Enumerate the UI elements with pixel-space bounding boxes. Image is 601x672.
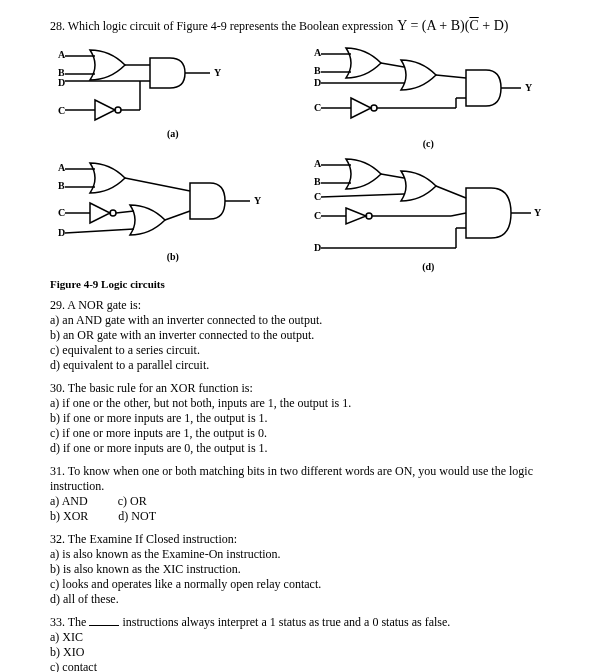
- svg-text:Y: Y: [525, 82, 533, 93]
- circuit-c-svg: A B D C Y: [306, 40, 546, 140]
- q32-c: c) looks and operates like a normally op…: [50, 577, 551, 592]
- svg-line-36: [125, 178, 190, 191]
- q30-d: d) if one or more inputs are 0, the outp…: [50, 441, 551, 456]
- figure-c-label: (c): [306, 138, 552, 149]
- svg-line-21: [436, 75, 466, 78]
- svg-line-51: [436, 186, 466, 198]
- expr-tail: + D): [479, 18, 509, 33]
- svg-text:C: C: [58, 105, 65, 116]
- q32-a: a) is also known as the Examine-On instr…: [50, 547, 551, 562]
- svg-line-16: [381, 63, 404, 67]
- figure-grid: A B D C Y (a): [50, 40, 551, 272]
- q28-text: 28. Which logic circuit of Figure 4-9 re…: [50, 19, 393, 34]
- figure-c: A B D C Y (c): [306, 40, 552, 149]
- q33-stem-b: instructions always interpret a 1 status…: [119, 615, 450, 629]
- q28-expression: Y = (A + B)(C + D): [397, 18, 508, 34]
- q32-d: d) all of these.: [50, 592, 551, 607]
- q33-stem-a: 33. The: [50, 615, 89, 629]
- svg-text:C: C: [314, 210, 321, 221]
- q29-a: a) an AND gate with an inverter connecte…: [50, 313, 551, 328]
- svg-text:B: B: [314, 176, 321, 187]
- figure-a: A B D C Y (a): [50, 40, 296, 149]
- svg-text:D: D: [58, 227, 65, 238]
- q31-d: d) NOT: [118, 509, 156, 524]
- svg-line-46: [381, 174, 404, 178]
- figure-b-label: (b): [50, 251, 296, 262]
- q29-b: b) an OR gate with an inverter connected…: [50, 328, 551, 343]
- svg-text:Y: Y: [214, 67, 222, 78]
- svg-text:Y: Y: [534, 207, 542, 218]
- svg-line-34: [116, 211, 134, 213]
- svg-text:C: C: [314, 191, 321, 202]
- svg-line-47: [321, 194, 404, 197]
- q30-b: b) if one or more inputs are 1, the outp…: [50, 411, 551, 426]
- svg-text:D: D: [314, 242, 321, 253]
- figure-d: A B C C D Y (d): [306, 153, 552, 272]
- svg-text:B: B: [314, 65, 321, 76]
- svg-text:D: D: [314, 77, 321, 88]
- q32: 32. The Examine If Closed instruction: a…: [50, 532, 551, 607]
- q30-c: c) if one or more inputs are 1, the outp…: [50, 426, 551, 441]
- svg-text:A: A: [58, 162, 66, 173]
- svg-text:C: C: [314, 102, 321, 113]
- q33: 33. The instructions always interpret a …: [50, 615, 551, 672]
- svg-text:A: A: [58, 49, 66, 60]
- circuit-a-svg: A B D C Y: [50, 40, 270, 130]
- svg-text:C: C: [58, 207, 65, 218]
- document-page: 28. Which logic circuit of Figure 4-9 re…: [0, 0, 601, 672]
- svg-text:A: A: [314, 158, 322, 169]
- svg-text:A: A: [314, 47, 322, 58]
- svg-text:B: B: [58, 180, 65, 191]
- q29-c: c) equivalent to a series circuit.: [50, 343, 551, 358]
- q29-d: d) equivalent to a parallel circuit.: [50, 358, 551, 373]
- q31-c: c) OR: [118, 494, 147, 509]
- q30-stem: 30. The basic rule for an XOR function i…: [50, 381, 551, 396]
- blank-fill: [89, 615, 119, 626]
- expr-lhs: Y = (A + B)(: [397, 18, 469, 33]
- q29: 29. A NOR gate is: a) an AND gate with a…: [50, 298, 551, 373]
- q31-b: b) XOR: [50, 509, 88, 524]
- figure-d-label: (d): [306, 261, 552, 272]
- q33-c: c) contact: [50, 660, 551, 672]
- q32-stem: 32. The Examine If Closed instruction:: [50, 532, 551, 547]
- svg-line-35: [65, 229, 134, 233]
- q33-stem: 33. The instructions always interpret a …: [50, 615, 551, 630]
- svg-text:D: D: [58, 77, 65, 88]
- q28-stem: 28. Which logic circuit of Figure 4-9 re…: [50, 18, 551, 34]
- figure-caption: Figure 4-9 Logic circuits: [50, 278, 551, 290]
- q33-b: b) XIO: [50, 645, 551, 660]
- circuit-d-svg: A B C C D Y: [306, 153, 546, 263]
- q32-b: b) is also known as the XIC instruction.: [50, 562, 551, 577]
- figure-a-label: (a): [50, 128, 296, 139]
- q31-a: a) AND: [50, 494, 88, 509]
- svg-line-52: [451, 213, 466, 216]
- figure-b: A B C D Y (b): [50, 153, 296, 272]
- q29-stem: 29. A NOR gate is:: [50, 298, 551, 313]
- svg-text:Y: Y: [254, 195, 262, 206]
- q30: 30. The basic rule for an XOR function i…: [50, 381, 551, 456]
- q33-a: a) XIC: [50, 630, 551, 645]
- svg-line-37: [165, 211, 190, 220]
- circuit-b-svg: A B C D Y: [50, 153, 290, 253]
- q31-stem: 31. To know when one or both matching bi…: [50, 464, 551, 494]
- q30-a: a) if one or the other, but not both, in…: [50, 396, 551, 411]
- q31: 31. To know when one or both matching bi…: [50, 464, 551, 524]
- expr-cbar: C: [469, 18, 478, 34]
